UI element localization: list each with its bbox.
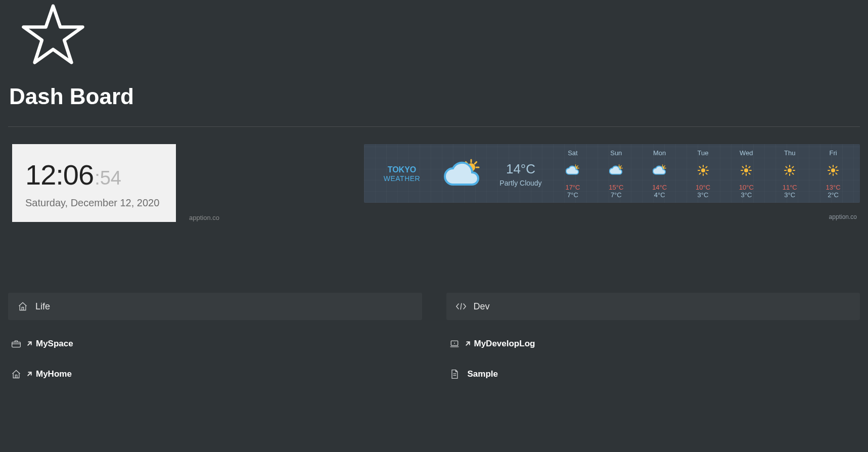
- external-link-icon: [465, 340, 471, 348]
- workspace-icon: [11, 339, 21, 348]
- svg-line-26: [706, 166, 707, 167]
- svg-line-53: [836, 166, 837, 167]
- forecast-high: 11°C: [783, 184, 797, 191]
- svg-line-24: [706, 173, 707, 174]
- sunny-icon: [740, 164, 752, 177]
- forecast-low: 2°C: [826, 191, 841, 199]
- svg-line-13: [621, 166, 621, 166]
- home-icon: [17, 301, 28, 311]
- laptop-icon: [449, 339, 460, 348]
- clock-attribution: apption.co: [189, 214, 219, 221]
- svg-point-27: [744, 168, 748, 172]
- weather-current-icon: [435, 148, 490, 200]
- weather-location-sub: WEATHER: [384, 174, 420, 183]
- forecast-low: 3°C: [696, 191, 710, 199]
- svg-point-57: [454, 343, 455, 344]
- clock-hhmm: 12:06: [25, 158, 94, 191]
- svg-rect-54: [12, 342, 21, 347]
- forecast-day-name: Mon: [653, 149, 666, 157]
- section-title-life: Life: [35, 301, 50, 312]
- forecast-day-name: Sat: [568, 149, 578, 157]
- forecast-day-name: Fri: [830, 149, 837, 157]
- svg-line-44: [793, 166, 794, 167]
- section-header-dev[interactable]: Dev: [446, 293, 860, 320]
- nav-item-label: MyHome: [36, 369, 72, 379]
- svg-line-52: [830, 173, 831, 174]
- svg-line-33: [749, 173, 750, 174]
- weather-attribution: apption.co: [829, 213, 857, 220]
- svg-line-34: [743, 173, 744, 174]
- sunny-icon: [697, 164, 709, 177]
- forecast-day-name: Wed: [740, 149, 753, 157]
- divider: [8, 126, 860, 127]
- svg-line-43: [786, 173, 787, 174]
- sunny-icon: [784, 164, 796, 177]
- forecast-day: Thu 11°C3°C: [768, 148, 811, 200]
- forecast-day-name: Sun: [610, 149, 622, 157]
- forecast-day: Mon 14°C4°C: [638, 148, 681, 200]
- forecast-day-name: Tue: [698, 149, 709, 157]
- home-icon: [11, 369, 21, 379]
- svg-line-32: [743, 166, 744, 167]
- logo-star: [8, 0, 860, 68]
- svg-line-50: [830, 166, 831, 167]
- section-header-life[interactable]: Life: [8, 293, 422, 320]
- partly-cloudy-icon: [653, 164, 667, 177]
- svg-line-4: [475, 162, 477, 164]
- forecast-day: Fri 13°C2°C: [811, 148, 855, 200]
- forecast-low: 4°C: [652, 191, 667, 199]
- svg-line-9: [577, 166, 578, 166]
- weather-current-temp: 14°C: [506, 161, 535, 177]
- weather-forecast: Sat 17°C7°CSun 15°C7°CMon 14°C4°CTue 10°…: [551, 148, 855, 200]
- weather-location: TOKYO: [388, 165, 417, 174]
- forecast-high: 10°C: [696, 184, 710, 191]
- weather-current-desc: Partly Cloudy: [499, 179, 541, 187]
- code-icon: [455, 301, 467, 311]
- clock-widget: 12:06 :54 Saturday, December 12, 2020: [12, 144, 176, 222]
- svg-line-55: [461, 303, 462, 310]
- forecast-high: 10°C: [739, 184, 754, 191]
- forecast-low: 7°C: [609, 191, 623, 199]
- page-icon: [449, 369, 460, 379]
- nav-item-label: MyDevelopLog: [474, 339, 535, 349]
- section-title-dev: Dev: [474, 301, 490, 312]
- nav-item-sample[interactable]: Sample: [449, 366, 860, 383]
- forecast-high: 17°C: [565, 184, 580, 191]
- forecast-day: Sun 15°C7°C: [595, 148, 638, 200]
- nav-item-myhome[interactable]: MyHome: [11, 366, 422, 383]
- nav-item-mydeveloplog[interactable]: MyDevelopLog: [449, 335, 860, 352]
- sunny-icon: [827, 164, 839, 177]
- svg-point-36: [788, 168, 792, 172]
- svg-point-45: [831, 168, 835, 172]
- forecast-low: 7°C: [565, 191, 580, 199]
- page-title: Dash Board: [8, 68, 860, 126]
- forecast-low: 3°C: [739, 191, 754, 199]
- svg-point-18: [701, 168, 705, 172]
- nav-item-myspace[interactable]: MySpace: [11, 335, 422, 352]
- partly-cloudy-icon: [566, 164, 580, 177]
- forecast-high: 13°C: [826, 184, 841, 191]
- svg-line-23: [699, 166, 700, 167]
- weather-widget: TOKYO WEATHER: [364, 144, 860, 203]
- nav-item-label: MySpace: [36, 339, 73, 349]
- svg-line-41: [786, 166, 787, 167]
- svg-line-51: [836, 173, 837, 174]
- forecast-day: Tue 10°C3°C: [681, 148, 725, 200]
- life-items: MySpace MyHome: [8, 320, 422, 383]
- svg-line-42: [793, 173, 794, 174]
- forecast-day: Wed 10°C3°C: [724, 148, 768, 200]
- svg-line-25: [699, 173, 700, 174]
- forecast-high: 15°C: [609, 184, 623, 191]
- forecast-high: 14°C: [652, 184, 667, 191]
- svg-marker-0: [24, 6, 83, 63]
- nav-item-label: Sample: [468, 369, 498, 379]
- forecast-low: 3°C: [783, 191, 797, 199]
- forecast-day: Sat 17°C7°C: [551, 148, 595, 200]
- svg-line-35: [749, 166, 750, 167]
- forecast-day-name: Thu: [784, 149, 795, 157]
- external-link-icon: [26, 370, 33, 379]
- partly-cloudy-icon: [609, 164, 623, 177]
- dev-items: MyDevelopLog Sample: [446, 320, 860, 383]
- clock-seconds: :54: [95, 167, 121, 189]
- svg-line-17: [664, 166, 665, 166]
